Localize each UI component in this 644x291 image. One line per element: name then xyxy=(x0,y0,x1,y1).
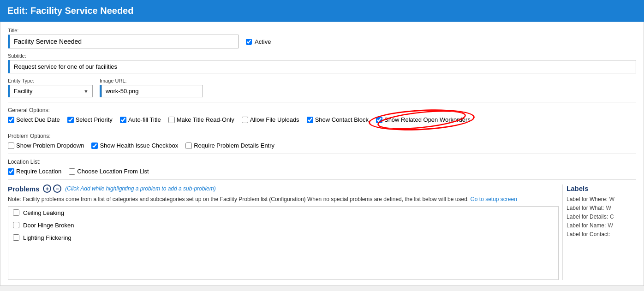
label-details-name: Label for Details: xyxy=(566,214,608,220)
title-label: Title: xyxy=(8,28,636,33)
problems-list[interactable]: Ceiling Leaking Door Hinge Broken Lighti… xyxy=(8,206,559,280)
list-item: Door Hinge Broken xyxy=(8,219,558,232)
label-details-value: C xyxy=(610,214,614,220)
show-contact-block-checkbox[interactable] xyxy=(307,117,313,123)
list-item: Ceiling Leaking xyxy=(8,207,558,219)
problems-main: Problems + − (Click Add while highlighti… xyxy=(8,184,562,280)
title-row: Active xyxy=(8,35,636,48)
show-health-issue-checkbox-checkbox[interactable] xyxy=(91,143,98,149)
make-title-read-only-checkbox[interactable] xyxy=(168,117,175,123)
option-show-health-issue-checkbox[interactable]: Show Health Issue Checkbox xyxy=(91,142,178,149)
subtitle-wrapper xyxy=(8,60,636,73)
active-checkbox-row: Active xyxy=(246,38,271,45)
problems-note: Note: Facility problems come from a list… xyxy=(8,196,559,203)
general-options-section: General Options: Select Due Date Select … xyxy=(8,102,636,128)
subtitle-input[interactable] xyxy=(10,60,636,73)
image-url-label: Image URL: xyxy=(100,78,203,83)
problem-options-section: Problem Options: Show Problem Dropdown S… xyxy=(8,128,636,154)
option-show-problem-dropdown[interactable]: Show Problem Dropdown xyxy=(8,142,84,149)
option-require-problem-details-entry[interactable]: Require Problem Details Entry xyxy=(185,142,274,149)
select-due-date-label: Select Due Date xyxy=(16,116,60,123)
labels-title: Labels xyxy=(566,184,636,192)
general-options-label: General Options: xyxy=(8,107,636,113)
entity-image-row: Entity Type: Facility ▼ Image URL: xyxy=(8,78,636,102)
problems-hint: (Click Add while highlighting a problem … xyxy=(65,185,215,192)
label-what-value: W xyxy=(606,205,611,211)
choose-location-from-list-label: Choose Location From List xyxy=(77,168,149,175)
entity-type-label: Entity Type: xyxy=(8,78,89,83)
choose-location-from-list-checkbox[interactable] xyxy=(69,168,75,175)
add-problem-button[interactable]: + xyxy=(43,184,51,193)
label-what-name: Label for What: xyxy=(566,205,604,211)
entity-type-select[interactable]: Facility xyxy=(10,85,93,97)
subtitle-section: Subtitle: xyxy=(8,53,636,73)
show-related-highlight: Show Related Open Workorders xyxy=(376,116,471,123)
show-problem-dropdown-label: Show Problem Dropdown xyxy=(16,142,84,149)
show-contact-block-label: Show Contact Block xyxy=(315,116,369,123)
problem-options-label: Problem Options: xyxy=(8,133,636,139)
select-priority-label: Select Priority xyxy=(76,116,113,123)
list-item: Lighting Flickering xyxy=(8,232,558,244)
show-related-open-workorders-label: Show Related Open Workorders xyxy=(384,116,471,123)
problems-title: Problems xyxy=(8,185,39,193)
ceiling-leaking-label: Ceiling Leaking xyxy=(23,209,64,216)
page-title: Edit: Facility Service Needed xyxy=(7,6,133,16)
auto-fill-title-label: Auto-fill Title xyxy=(128,116,161,123)
option-show-related-open-workorders[interactable]: Show Related Open Workorders xyxy=(376,116,471,123)
require-location-checkbox[interactable] xyxy=(8,168,14,175)
image-url-group: Image URL: xyxy=(100,78,203,97)
option-select-priority[interactable]: Select Priority xyxy=(67,116,113,123)
show-related-open-workorders-checkbox[interactable] xyxy=(376,117,382,123)
show-health-issue-checkbox-label: Show Health Issue Checkbox xyxy=(100,142,178,149)
problems-add-remove: + − xyxy=(43,184,61,193)
image-url-wrapper xyxy=(100,85,203,97)
image-url-input[interactable] xyxy=(101,85,203,97)
page-header: Edit: Facility Service Needed xyxy=(0,0,644,22)
option-allow-file-uploads[interactable]: Allow File Uploads xyxy=(242,116,299,123)
allow-file-uploads-checkbox[interactable] xyxy=(242,117,248,123)
door-hinge-broken-label: Door Hinge Broken xyxy=(23,222,74,229)
label-row-details: Label for Details: C xyxy=(566,214,636,220)
label-where-name: Label for Where: xyxy=(566,196,608,202)
label-row-what: Label for What: W xyxy=(566,205,636,211)
ceiling-leaking-checkbox[interactable] xyxy=(13,209,19,216)
active-label: Active xyxy=(255,38,271,45)
option-make-title-read-only[interactable]: Make Title Read-Only xyxy=(168,116,234,123)
title-input[interactable] xyxy=(10,35,239,48)
problems-header: Problems + − (Click Add while highlighti… xyxy=(8,184,559,193)
lighting-flickering-label: Lighting Flickering xyxy=(23,234,72,241)
subtitle-label: Subtitle: xyxy=(8,53,636,59)
lighting-flickering-checkbox[interactable] xyxy=(13,234,19,241)
select-due-date-checkbox[interactable] xyxy=(8,117,14,123)
location-list-label: Location List: xyxy=(8,159,636,165)
general-options-row: Select Due Date Select Priority Auto-fil… xyxy=(8,116,636,123)
option-show-contact-block[interactable]: Show Contact Block xyxy=(307,116,369,123)
option-select-due-date[interactable]: Select Due Date xyxy=(8,116,60,123)
option-choose-location-from-list[interactable]: Choose Location From List xyxy=(69,168,149,175)
option-require-location[interactable]: Require Location xyxy=(8,168,61,175)
door-hinge-broken-checkbox[interactable] xyxy=(13,222,19,228)
label-name-value: W xyxy=(608,222,613,229)
title-section: Title: Active xyxy=(8,28,636,48)
auto-fill-title-checkbox[interactable] xyxy=(120,117,126,123)
require-problem-details-entry-checkbox[interactable] xyxy=(185,143,192,149)
allow-file-uploads-label: Allow File Uploads xyxy=(250,116,299,123)
label-row-name: Label for Name: W xyxy=(566,222,636,229)
labels-sidebar: Labels Label for Where: W Label for What… xyxy=(562,184,636,280)
label-row-contact: Label for Contact: xyxy=(566,231,636,238)
label-row-where: Label for Where: W xyxy=(566,196,636,202)
active-checkbox[interactable] xyxy=(246,39,252,45)
problem-options-row: Show Problem Dropdown Show Health Issue … xyxy=(8,142,636,149)
make-title-read-only-label: Make Title Read-Only xyxy=(177,116,234,123)
title-input-wrapper xyxy=(8,35,239,48)
require-location-label: Require Location xyxy=(16,168,61,175)
location-list-row: Require Location Choose Location From Li… xyxy=(8,168,636,175)
setup-screen-link[interactable]: Go to setup screen xyxy=(470,196,517,202)
entity-select-wrapper: Facility ▼ xyxy=(8,85,89,97)
label-where-value: W xyxy=(609,196,614,202)
show-problem-dropdown-checkbox[interactable] xyxy=(8,143,14,149)
select-priority-checkbox[interactable] xyxy=(67,117,74,123)
require-problem-details-entry-label: Require Problem Details Entry xyxy=(194,142,274,149)
remove-problem-button[interactable]: − xyxy=(53,184,61,193)
option-auto-fill-title[interactable]: Auto-fill Title xyxy=(120,116,161,123)
